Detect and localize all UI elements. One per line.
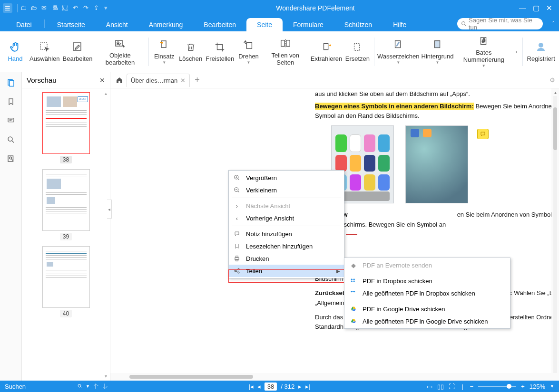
bookmarks-icon[interactable] (5, 96, 17, 107)
mail-icon[interactable]: ✉ (41, 4, 49, 12)
home-tab-icon[interactable] (114, 75, 125, 86)
sticky-note-icon[interactable] (477, 129, 489, 139)
close-button[interactable]: ✕ (546, 4, 552, 12)
ctx-zoom-out[interactable]: Verkleinern (229, 184, 344, 196)
sub-dropbox-all[interactable]: Alle geöffneten PDF in Dropbox schicken (344, 287, 510, 299)
ribbon-more-icon[interactable]: › (513, 48, 520, 55)
first-page-icon[interactable]: |◂ (248, 383, 253, 390)
open-icon[interactable]: 🗀 (20, 4, 28, 12)
ribbon-edit[interactable]: Bearbeiten (62, 33, 94, 70)
zoom-in-icon[interactable]: + (521, 383, 525, 390)
ctx-print[interactable]: Drucken (229, 252, 344, 265)
scroll-up-icon[interactable]: ▴ (103, 90, 108, 96)
scan-icon[interactable]: ⿴ (62, 4, 70, 12)
menu-file[interactable]: Datei (6, 18, 42, 31)
zoom-value[interactable]: 125% (530, 383, 545, 390)
tab-formulare[interactable]: Formulare (283, 18, 334, 31)
ctx-zoom-in[interactable]: Vergrößern (229, 172, 344, 184)
undo-icon[interactable]: ↶ (73, 4, 80, 12)
vertical-scrollbar[interactable]: ▴▾ (551, 88, 559, 381)
sub-evernote: ◆PDF an Evernote senden (344, 259, 510, 271)
ribbon-background[interactable]: Hintergrund▼ (421, 33, 454, 70)
next-result-icon[interactable]: 🡣 (102, 383, 108, 390)
ctx-add-bookmark[interactable]: Lesezeichen hinzufügen (229, 240, 344, 252)
search-placeholder: Sagen Sie mir, was Sie tun (469, 17, 539, 31)
svg-rect-19 (10, 81, 14, 86)
ribbon-rotate[interactable]: Drehen▼ (236, 33, 261, 70)
thumbnail-page[interactable]: ZEUGE 38 (40, 92, 92, 163)
last-page-icon[interactable]: ▸| (305, 383, 310, 390)
svg-rect-37 (236, 256, 238, 258)
tab-schuetzen[interactable]: Schützen (334, 18, 382, 31)
comments-icon[interactable] (5, 115, 17, 126)
sub-dropbox[interactable]: PDF in Dropbox schicken (344, 275, 510, 287)
export-icon[interactable]: ⇪ (94, 4, 101, 12)
folder-icon[interactable]: 🗁 (31, 4, 39, 12)
scroll-down-icon[interactable]: ▾ (103, 373, 108, 379)
context-menu: Vergrößern Verkleinern ›Nächste Ansicht … (228, 170, 344, 278)
ribbon-edit-objects[interactable]: Objekte bearbeiten (94, 33, 146, 70)
view-continuous-icon[interactable]: ▯▯ (437, 383, 444, 390)
ribbon: Hand Auswählen Bearbeiten Objekte bearbe… (0, 31, 559, 72)
settings-icon[interactable]: ⚙ (549, 76, 555, 84)
ctx-add-note[interactable]: Notiz hinzufügen (229, 228, 344, 240)
ribbon-delete[interactable]: Löschen (177, 33, 204, 70)
svg-line-24 (12, 141, 14, 143)
search-icon[interactable] (77, 383, 83, 389)
collapse-ribbon-icon[interactable]: ˄ (552, 20, 555, 27)
tab-hilfe[interactable]: Hilfe (382, 18, 417, 31)
page-number: 39 (60, 233, 72, 240)
page-total: / 312 (281, 383, 294, 390)
tab-anmerkung[interactable]: Anmerkung (138, 18, 194, 31)
tab-seite[interactable]: Seite (246, 18, 283, 31)
window-title: Wondershare PDFelement (112, 4, 519, 12)
horizontal-scrollbar[interactable] (110, 373, 559, 381)
print-icon[interactable]: 🖶 (52, 4, 59, 12)
zoom-slider[interactable] (478, 386, 516, 387)
page-number: 40 (60, 310, 72, 317)
close-tab-icon[interactable]: ✕ (180, 77, 186, 84)
tab-ansicht[interactable]: Ansicht (96, 18, 138, 31)
collapse-panel-icon[interactable]: ◂ (107, 200, 112, 219)
ctx-share[interactable]: Teilen▶ (229, 265, 344, 277)
status-search[interactable]: Suchen (5, 383, 26, 390)
sub-gdrive-all[interactable]: Alle geöffneten PDF in Google Drive schi… (344, 315, 510, 327)
page-input[interactable]: 38 (265, 382, 277, 391)
thumbnails-icon[interactable] (5, 77, 17, 88)
prev-page-icon[interactable]: ◂ (257, 383, 261, 390)
search-panel-icon[interactable] (5, 134, 17, 145)
document-tab[interactable]: Über dies…rman✕ (127, 74, 190, 87)
close-panel-icon[interactable]: ✕ (99, 76, 105, 84)
ribbon-watermark[interactable]: Wasserzeichen▼ (377, 33, 420, 70)
ribbon-extract[interactable]: Extrahieren (310, 33, 343, 70)
ribbon-crop[interactable]: Freistellen (205, 33, 235, 70)
svg-point-0 (462, 22, 465, 25)
zoom-out-icon[interactable]: − (470, 383, 474, 390)
svg-text:#: # (482, 38, 485, 44)
thumbnail-page[interactable]: 40 (40, 246, 92, 317)
share-submenu: ◆PDF an Evernote senden PDF in Dropbox s… (344, 258, 510, 329)
view-fit-icon[interactable]: ⛶ (449, 383, 455, 390)
prev-result-icon[interactable]: 🡡 (93, 383, 99, 390)
redo-icon[interactable]: ↷ (83, 4, 91, 12)
tell-me-search[interactable]: Sagen Sie mir, was Sie tun (457, 18, 543, 29)
tab-bearbeiten[interactable]: Bearbeiten (193, 18, 246, 31)
ribbon-insert[interactable]: Einsatz▼ (152, 33, 177, 70)
ribbon-replace[interactable]: Ersetzen (344, 33, 371, 70)
minimize-button[interactable]: — (519, 4, 526, 12)
sub-gdrive[interactable]: PDF in Google Drive schicken (344, 303, 510, 315)
view-single-icon[interactable]: ▭ (427, 383, 432, 390)
maximize-button[interactable]: ▢ (533, 4, 539, 12)
ribbon-select[interactable]: Auswählen (29, 33, 61, 70)
attachment-icon[interactable] (5, 153, 17, 164)
next-page-icon[interactable]: ▸ (298, 383, 302, 390)
thumbnail-page[interactable]: 39 (40, 169, 92, 240)
add-tab-icon[interactable]: + (195, 75, 200, 85)
ribbon-hand[interactable]: Hand (3, 33, 28, 70)
svg-rect-13 (354, 44, 360, 51)
ribbon-registered[interactable]: Registriert (526, 33, 556, 70)
ribbon-bates[interactable]: #Bates Nummerierung▼ (455, 33, 512, 70)
ctx-prev-view[interactable]: ‹Vorherige Ansicht (229, 212, 344, 224)
ribbon-split[interactable]: Teilen von Seiten (262, 33, 309, 70)
tab-startseite[interactable]: Startseite (47, 18, 96, 31)
